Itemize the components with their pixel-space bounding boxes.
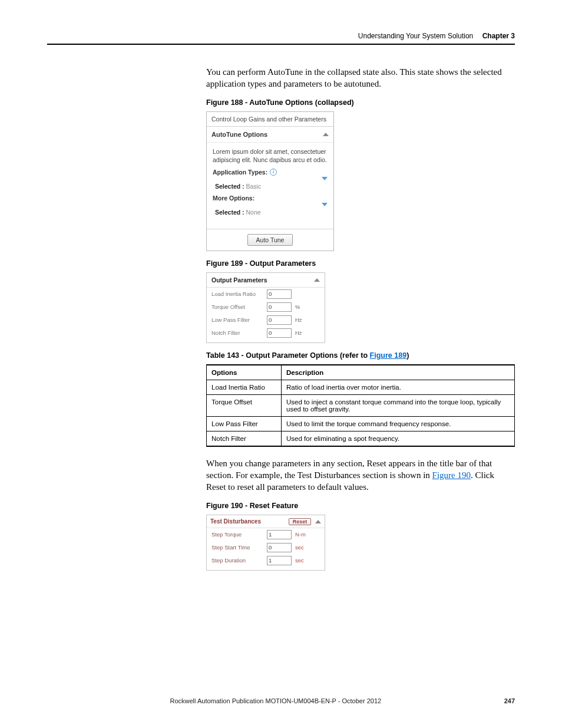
test-disturbances-title-row: Test Disturbances Reset: [207, 515, 325, 528]
table-header-row: Options Description: [207, 365, 515, 380]
table-caption-pre: Table 143 - Output Parameter Options (re…: [206, 351, 370, 360]
param-unit: sec: [295, 557, 309, 564]
paragraph-reset: When you change parameters in any sectio…: [206, 457, 515, 493]
table-cell-desc: Used to limit the torque command frequen…: [282, 416, 515, 431]
panel-title-text: AutoTune Options: [211, 131, 267, 138]
param-input[interactable]: [267, 328, 292, 338]
param-label: Torque Offset: [211, 304, 263, 310]
table-cell-option: Low Pass Filter: [207, 416, 282, 431]
selected-value: Basic: [246, 183, 262, 190]
page-number: 247: [504, 697, 515, 704]
table-row: Load Inertia Ratio Ratio of load inertia…: [207, 380, 515, 394]
param-input[interactable]: [267, 289, 292, 299]
selected-label: Selected :: [215, 209, 244, 216]
output-parameters-title: Output Parameters: [211, 276, 267, 284]
table-cell-desc: Used for eliminating a spot frequency.: [282, 431, 515, 446]
table-header-description: Description: [282, 365, 515, 380]
table-row: Notch Filter Used for eliminating a spot…: [207, 431, 515, 446]
param-row: Low Pass Filter Hz: [207, 314, 325, 327]
param-row: Load Inertia Ratio: [207, 288, 325, 301]
autotune-panel: Control Loop Gains and other Parameters …: [206, 111, 334, 251]
table-header-options: Options: [207, 365, 282, 380]
panel-top-label: Control Loop Gains and other Parameters: [207, 112, 333, 127]
test-disturbances-panel: Test Disturbances Reset Step Torque N-m …: [206, 515, 325, 571]
table-cell-option: Load Inertia Ratio: [207, 380, 282, 394]
param-row: Step Duration sec: [207, 554, 325, 570]
param-label: Load Inertia Ratio: [211, 291, 263, 297]
param-row: Torque Offset %: [207, 301, 325, 314]
table-row: Low Pass Filter Used to limit the torque…: [207, 416, 515, 431]
collapse-icon[interactable]: [323, 133, 329, 136]
selected-value: None: [246, 209, 261, 216]
table-caption-post: ): [406, 351, 409, 360]
table-row: Torque Offset Used to inject a constant …: [207, 394, 515, 416]
collapse-icon[interactable]: [315, 520, 321, 523]
figure-189-caption: Figure 189 - Output Parameters: [206, 259, 515, 268]
table-cell-option: Torque Offset: [207, 394, 282, 416]
more-options-label: More Options:: [213, 195, 328, 202]
param-label: Low Pass Filter: [211, 317, 263, 323]
page-footer: Rockwell Automation Publication MOTION-U…: [47, 697, 515, 704]
panel-description: Lorem ipsum dolor sit amet, consectetuer…: [213, 147, 328, 164]
publication-info: Rockwell Automation Publication MOTION-U…: [47, 697, 504, 704]
param-unit: N-m: [295, 531, 309, 538]
table-143-caption: Table 143 - Output Parameter Options (re…: [206, 351, 515, 360]
table-cell-desc: Used to inject a constant torque command…: [282, 394, 515, 416]
param-row: Step Torque N-m: [207, 528, 325, 541]
selected-app-type: Selected : Basic: [215, 183, 328, 190]
param-unit: Hz: [295, 317, 307, 323]
selected-label: Selected :: [215, 183, 244, 190]
header-section: Understanding Your System Solution: [358, 32, 473, 40]
selected-more-options: Selected : None: [215, 209, 328, 216]
output-parameters-panel: Output Parameters Load Inertia Ratio Tor…: [206, 272, 325, 343]
param-label: Step Duration: [211, 557, 263, 564]
param-unit: sec: [295, 544, 309, 551]
test-disturbances-title: Test Disturbances: [210, 518, 261, 525]
param-unit: Hz: [295, 330, 307, 336]
chevron-down-icon[interactable]: [322, 177, 328, 180]
param-input[interactable]: [267, 302, 292, 312]
table-cell-desc: Ratio of load inertia over motor inertia…: [282, 380, 515, 394]
info-icon[interactable]: i: [270, 169, 277, 176]
reset-button[interactable]: Reset: [289, 518, 312, 525]
param-label: Step Torque: [211, 531, 263, 538]
param-input[interactable]: [267, 315, 292, 325]
figure-190-link[interactable]: Figure 190: [432, 470, 471, 480]
page-header: Understanding Your System Solution Chapt…: [47, 32, 515, 45]
figure-190-caption: Figure 190 - Reset Feature: [206, 502, 515, 510]
param-label: Step Start Time: [211, 544, 263, 551]
auto-tune-button[interactable]: Auto Tune: [247, 234, 293, 246]
output-parameter-options-table: Options Description Load Inertia Ratio R…: [206, 364, 515, 447]
param-unit: %: [295, 304, 307, 310]
header-chapter: Chapter 3: [482, 32, 515, 40]
chevron-down-icon[interactable]: [322, 203, 328, 206]
paragraph-intro: You can perform AutoTune in the collapse…: [206, 66, 515, 90]
figure-189-link[interactable]: Figure 189: [370, 351, 407, 360]
param-input[interactable]: [267, 530, 292, 539]
param-label: Notch Filter: [211, 330, 263, 336]
param-row: Step Start Time sec: [207, 541, 325, 554]
application-types-label-text: Application Types:: [213, 169, 267, 176]
param-input[interactable]: [267, 556, 292, 565]
collapse-icon[interactable]: [314, 278, 320, 282]
figure-188-caption: Figure 188 - AutoTune Options (collapsed…: [206, 98, 515, 107]
output-parameters-title-row: Output Parameters: [207, 273, 325, 288]
panel-title-row: AutoTune Options: [207, 127, 333, 143]
param-input[interactable]: [267, 543, 292, 552]
table-cell-option: Notch Filter: [207, 431, 282, 446]
param-row: Notch Filter Hz: [207, 327, 325, 342]
application-types-label: Application Types: i: [213, 169, 328, 176]
